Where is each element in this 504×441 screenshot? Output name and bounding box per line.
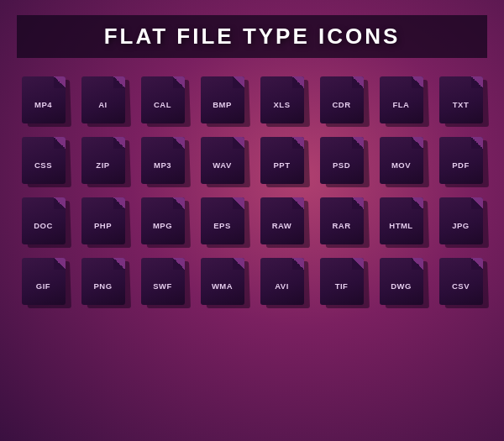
file-label-eps: EPS — [213, 214, 231, 230]
file-icon-raw[interactable]: RAW — [255, 194, 308, 244]
file-label-xls: XLS — [274, 93, 291, 109]
file-label-cdr: CDR — [332, 93, 350, 109]
file-label-psd: PSD — [333, 154, 350, 170]
file-icon-ppt[interactable]: PPT — [255, 134, 308, 184]
file-label-tif: TIF — [335, 275, 349, 291]
icons-grid: MP4 AI CAL — [17, 73, 487, 307]
file-icon-gif[interactable]: GIF — [17, 255, 70, 305]
file-icon-jpg[interactable]: JPG — [434, 194, 487, 244]
file-label-ai: AI — [98, 93, 108, 109]
file-label-jpg: JPG — [452, 214, 470, 230]
file-label-rar: RAR — [332, 214, 350, 230]
file-icon-eps[interactable]: EPS — [196, 194, 249, 244]
file-icon-png[interactable]: PNG — [76, 255, 129, 305]
file-label-mpg: MPG — [153, 214, 172, 230]
file-label-mp3: MP3 — [154, 154, 171, 170]
file-label-swf: SWF — [153, 275, 172, 291]
file-icon-fla[interactable]: FLA — [375, 73, 428, 123]
file-label-raw: RAW — [272, 214, 292, 230]
file-label-dwg: DWG — [391, 275, 412, 291]
file-icon-csv[interactable]: CSV — [434, 255, 487, 305]
file-icon-swf[interactable]: SWF — [136, 255, 189, 305]
file-label-png: PNG — [93, 275, 112, 291]
file-icon-mpg[interactable]: MPG — [136, 194, 189, 244]
file-label-mov: MOV — [391, 154, 411, 170]
file-label-avi: AVI — [275, 275, 289, 291]
file-label-txt: TXT — [453, 93, 469, 109]
file-icon-ai[interactable]: AI — [76, 73, 129, 123]
file-icon-mov[interactable]: MOV — [375, 134, 428, 184]
file-icon-css[interactable]: CSS — [17, 134, 70, 184]
file-icon-zip[interactable]: ZIP — [76, 134, 129, 184]
file-icon-rar[interactable]: RAR — [315, 194, 368, 244]
file-icon-txt[interactable]: TXT — [434, 73, 487, 123]
file-icon-cdr[interactable]: CDR — [315, 73, 368, 123]
file-label-html: HTML — [389, 214, 412, 230]
file-icon-avi[interactable]: AVI — [255, 255, 308, 305]
file-label-wma: WMA — [212, 275, 233, 291]
file-label-wav: WAV — [213, 154, 231, 170]
file-icon-php[interactable]: PHP — [76, 194, 129, 244]
file-label-php: PHP — [94, 214, 112, 230]
file-label-mp4: MP4 — [34, 93, 52, 109]
file-label-bmp: BMP — [213, 93, 232, 109]
file-icon-dwg[interactable]: DWG — [375, 255, 428, 305]
file-icon-mp3[interactable]: MP3 — [136, 134, 189, 184]
file-icon-tif[interactable]: TIF — [315, 255, 368, 305]
file-icon-cal[interactable]: CAL — [136, 73, 189, 123]
file-icon-doc[interactable]: DOC — [17, 194, 70, 244]
file-label-cal: CAL — [154, 93, 171, 109]
file-icon-html[interactable]: HTML — [375, 194, 428, 244]
file-label-fla: FLA — [393, 93, 410, 109]
file-label-zip: ZIP — [96, 154, 109, 170]
file-icon-xls[interactable]: XLS — [255, 73, 308, 123]
file-icon-wma[interactable]: WMA — [196, 255, 249, 305]
file-label-doc: DOC — [34, 214, 53, 230]
file-label-csv: CSV — [452, 275, 470, 291]
file-label-pdf: PDF — [452, 154, 470, 170]
file-icon-bmp[interactable]: BMP — [196, 73, 249, 123]
page-title: FLAT FILE TYPE ICONS — [17, 24, 487, 50]
file-label-css: CSS — [34, 154, 52, 170]
file-label-ppt: PPT — [274, 154, 291, 170]
file-label-gif: GIF — [36, 275, 50, 291]
file-icon-pdf[interactable]: PDF — [434, 134, 487, 184]
file-icon-psd[interactable]: PSD — [315, 134, 368, 184]
file-icon-wav[interactable]: WAV — [196, 134, 249, 184]
title-bar: FLAT FILE TYPE ICONS — [17, 15, 487, 58]
file-icon-mp4[interactable]: MP4 — [17, 73, 70, 123]
